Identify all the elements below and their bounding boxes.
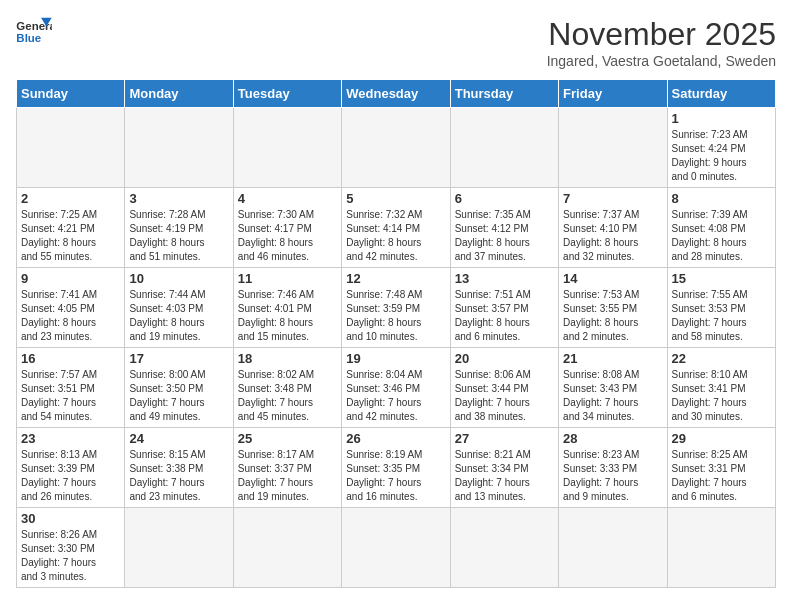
- logo: General Blue: [16, 16, 52, 46]
- week-row-6: 30Sunrise: 8:26 AM Sunset: 3:30 PM Dayli…: [17, 508, 776, 588]
- calendar-cell: 29Sunrise: 8:25 AM Sunset: 3:31 PM Dayli…: [667, 428, 775, 508]
- calendar-cell: 3Sunrise: 7:28 AM Sunset: 4:19 PM Daylig…: [125, 188, 233, 268]
- day-number: 22: [672, 351, 771, 366]
- day-info: Sunrise: 7:23 AM Sunset: 4:24 PM Dayligh…: [672, 128, 771, 184]
- day-number: 14: [563, 271, 662, 286]
- day-number: 23: [21, 431, 120, 446]
- calendar-cell: [450, 108, 558, 188]
- day-info: Sunrise: 8:26 AM Sunset: 3:30 PM Dayligh…: [21, 528, 120, 584]
- day-info: Sunrise: 7:25 AM Sunset: 4:21 PM Dayligh…: [21, 208, 120, 264]
- weekday-header-sunday: Sunday: [17, 80, 125, 108]
- day-number: 6: [455, 191, 554, 206]
- day-number: 25: [238, 431, 337, 446]
- day-number: 20: [455, 351, 554, 366]
- title-area: November 2025 Ingared, Vaestra Goetaland…: [547, 16, 776, 69]
- weekday-header-friday: Friday: [559, 80, 667, 108]
- week-row-5: 23Sunrise: 8:13 AM Sunset: 3:39 PM Dayli…: [17, 428, 776, 508]
- day-info: Sunrise: 8:08 AM Sunset: 3:43 PM Dayligh…: [563, 368, 662, 424]
- calendar-cell: 16Sunrise: 7:57 AM Sunset: 3:51 PM Dayli…: [17, 348, 125, 428]
- calendar-table: SundayMondayTuesdayWednesdayThursdayFrid…: [16, 79, 776, 588]
- calendar-cell: 25Sunrise: 8:17 AM Sunset: 3:37 PM Dayli…: [233, 428, 341, 508]
- calendar-cell: 11Sunrise: 7:46 AM Sunset: 4:01 PM Dayli…: [233, 268, 341, 348]
- day-number: 29: [672, 431, 771, 446]
- day-number: 16: [21, 351, 120, 366]
- day-number: 27: [455, 431, 554, 446]
- day-info: Sunrise: 7:51 AM Sunset: 3:57 PM Dayligh…: [455, 288, 554, 344]
- calendar-cell: 26Sunrise: 8:19 AM Sunset: 3:35 PM Dayli…: [342, 428, 450, 508]
- day-info: Sunrise: 8:21 AM Sunset: 3:34 PM Dayligh…: [455, 448, 554, 504]
- day-info: Sunrise: 8:25 AM Sunset: 3:31 PM Dayligh…: [672, 448, 771, 504]
- weekday-header-wednesday: Wednesday: [342, 80, 450, 108]
- weekday-header-saturday: Saturday: [667, 80, 775, 108]
- day-info: Sunrise: 7:30 AM Sunset: 4:17 PM Dayligh…: [238, 208, 337, 264]
- weekday-header-monday: Monday: [125, 80, 233, 108]
- day-info: Sunrise: 8:23 AM Sunset: 3:33 PM Dayligh…: [563, 448, 662, 504]
- day-number: 28: [563, 431, 662, 446]
- calendar-cell: 15Sunrise: 7:55 AM Sunset: 3:53 PM Dayli…: [667, 268, 775, 348]
- calendar-cell: [125, 108, 233, 188]
- calendar-cell: 2Sunrise: 7:25 AM Sunset: 4:21 PM Daylig…: [17, 188, 125, 268]
- day-info: Sunrise: 7:39 AM Sunset: 4:08 PM Dayligh…: [672, 208, 771, 264]
- calendar-cell: 27Sunrise: 8:21 AM Sunset: 3:34 PM Dayli…: [450, 428, 558, 508]
- calendar-cell: 6Sunrise: 7:35 AM Sunset: 4:12 PM Daylig…: [450, 188, 558, 268]
- calendar-subtitle: Ingared, Vaestra Goetaland, Sweden: [547, 53, 776, 69]
- calendar-cell: 21Sunrise: 8:08 AM Sunset: 3:43 PM Dayli…: [559, 348, 667, 428]
- weekday-header-row: SundayMondayTuesdayWednesdayThursdayFrid…: [17, 80, 776, 108]
- weekday-header-tuesday: Tuesday: [233, 80, 341, 108]
- day-number: 19: [346, 351, 445, 366]
- day-info: Sunrise: 7:32 AM Sunset: 4:14 PM Dayligh…: [346, 208, 445, 264]
- weekday-header-thursday: Thursday: [450, 80, 558, 108]
- day-info: Sunrise: 8:06 AM Sunset: 3:44 PM Dayligh…: [455, 368, 554, 424]
- day-info: Sunrise: 8:04 AM Sunset: 3:46 PM Dayligh…: [346, 368, 445, 424]
- calendar-cell: 14Sunrise: 7:53 AM Sunset: 3:55 PM Dayli…: [559, 268, 667, 348]
- calendar-cell: 5Sunrise: 7:32 AM Sunset: 4:14 PM Daylig…: [342, 188, 450, 268]
- calendar-cell: 4Sunrise: 7:30 AM Sunset: 4:17 PM Daylig…: [233, 188, 341, 268]
- calendar-cell: 9Sunrise: 7:41 AM Sunset: 4:05 PM Daylig…: [17, 268, 125, 348]
- day-info: Sunrise: 7:35 AM Sunset: 4:12 PM Dayligh…: [455, 208, 554, 264]
- calendar-cell: 22Sunrise: 8:10 AM Sunset: 3:41 PM Dayli…: [667, 348, 775, 428]
- calendar-cell: [17, 108, 125, 188]
- calendar-cell: 10Sunrise: 7:44 AM Sunset: 4:03 PM Dayli…: [125, 268, 233, 348]
- calendar-cell: 20Sunrise: 8:06 AM Sunset: 3:44 PM Dayli…: [450, 348, 558, 428]
- calendar-cell: 8Sunrise: 7:39 AM Sunset: 4:08 PM Daylig…: [667, 188, 775, 268]
- day-number: 9: [21, 271, 120, 286]
- day-number: 21: [563, 351, 662, 366]
- day-info: Sunrise: 8:15 AM Sunset: 3:38 PM Dayligh…: [129, 448, 228, 504]
- calendar-cell: 23Sunrise: 8:13 AM Sunset: 3:39 PM Dayli…: [17, 428, 125, 508]
- calendar-cell: [559, 508, 667, 588]
- calendar-cell: 12Sunrise: 7:48 AM Sunset: 3:59 PM Dayli…: [342, 268, 450, 348]
- day-info: Sunrise: 7:57 AM Sunset: 3:51 PM Dayligh…: [21, 368, 120, 424]
- week-row-4: 16Sunrise: 7:57 AM Sunset: 3:51 PM Dayli…: [17, 348, 776, 428]
- week-row-2: 2Sunrise: 7:25 AM Sunset: 4:21 PM Daylig…: [17, 188, 776, 268]
- day-info: Sunrise: 8:02 AM Sunset: 3:48 PM Dayligh…: [238, 368, 337, 424]
- calendar-cell: [667, 508, 775, 588]
- day-info: Sunrise: 7:37 AM Sunset: 4:10 PM Dayligh…: [563, 208, 662, 264]
- logo-icon: General Blue: [16, 16, 52, 46]
- day-number: 17: [129, 351, 228, 366]
- day-number: 3: [129, 191, 228, 206]
- day-info: Sunrise: 7:28 AM Sunset: 4:19 PM Dayligh…: [129, 208, 228, 264]
- header: General Blue November 2025 Ingared, Vaes…: [16, 16, 776, 69]
- calendar-cell: [342, 108, 450, 188]
- calendar-cell: 1Sunrise: 7:23 AM Sunset: 4:24 PM Daylig…: [667, 108, 775, 188]
- calendar-cell: [233, 508, 341, 588]
- day-info: Sunrise: 7:55 AM Sunset: 3:53 PM Dayligh…: [672, 288, 771, 344]
- day-number: 8: [672, 191, 771, 206]
- calendar-cell: 28Sunrise: 8:23 AM Sunset: 3:33 PM Dayli…: [559, 428, 667, 508]
- week-row-1: 1Sunrise: 7:23 AM Sunset: 4:24 PM Daylig…: [17, 108, 776, 188]
- calendar-cell: [342, 508, 450, 588]
- calendar-cell: 19Sunrise: 8:04 AM Sunset: 3:46 PM Dayli…: [342, 348, 450, 428]
- day-info: Sunrise: 7:44 AM Sunset: 4:03 PM Dayligh…: [129, 288, 228, 344]
- day-info: Sunrise: 8:10 AM Sunset: 3:41 PM Dayligh…: [672, 368, 771, 424]
- svg-text:Blue: Blue: [16, 32, 41, 44]
- day-number: 10: [129, 271, 228, 286]
- day-number: 18: [238, 351, 337, 366]
- day-number: 5: [346, 191, 445, 206]
- day-number: 11: [238, 271, 337, 286]
- day-number: 1: [672, 111, 771, 126]
- calendar-cell: [559, 108, 667, 188]
- day-number: 7: [563, 191, 662, 206]
- day-number: 15: [672, 271, 771, 286]
- calendar-cell: [450, 508, 558, 588]
- day-number: 26: [346, 431, 445, 446]
